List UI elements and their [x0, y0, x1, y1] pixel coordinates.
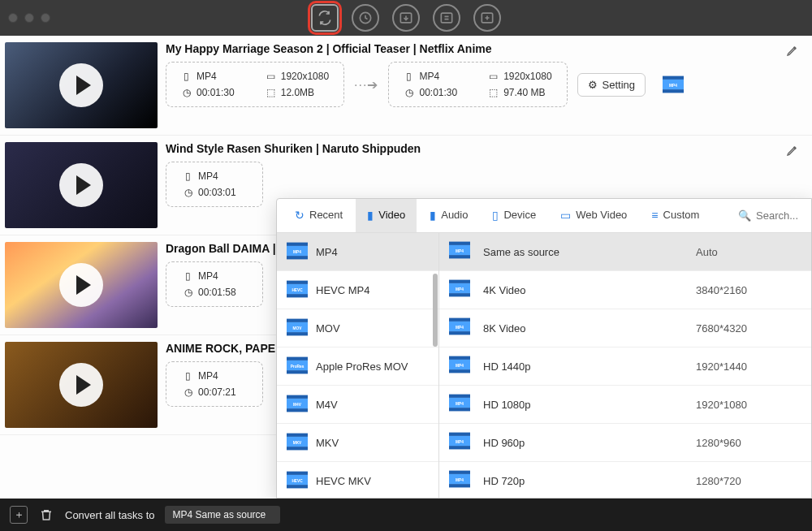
- preset-file-icon: MP4: [449, 279, 473, 300]
- format-file-icon: MOV: [287, 318, 308, 339]
- svg-text:MKV: MKV: [293, 440, 302, 444]
- svg-rect-68: [449, 471, 470, 474]
- play-icon[interactable]: [59, 363, 103, 407]
- format-option[interactable]: MKVMKV: [277, 424, 438, 462]
- preset-resolution: 1920*1080: [696, 399, 801, 411]
- play-icon[interactable]: [59, 263, 103, 307]
- preset-option[interactable]: MP4HD 1080p1920*1080: [439, 386, 811, 424]
- film-icon: ▯: [183, 271, 193, 282]
- bottom-bar: ＋ Convert all tasks to MP4 Same as sourc…: [0, 499, 812, 531]
- play-icon[interactable]: [59, 63, 103, 107]
- clock-icon: ◷: [181, 88, 192, 98]
- convert-all-format-select[interactable]: MP4 Same as source: [165, 506, 281, 524]
- preset-resolution: 1280*960: [696, 437, 801, 449]
- format-label: MKV: [316, 437, 339, 449]
- source-info-box: ▯MP4 ◷00:01:58: [166, 261, 263, 307]
- svg-rect-21: [287, 370, 308, 373]
- format-option[interactable]: M4VM4V: [277, 386, 438, 424]
- preset-list[interactable]: MP4Same as sourceAutoMP44K Video3840*216…: [439, 233, 811, 498]
- format-option[interactable]: MOVMOV: [277, 309, 438, 348]
- film-icon: ▯: [181, 71, 192, 82]
- maximize-window-icon[interactable]: [41, 13, 50, 23]
- format-label: MP4: [316, 246, 338, 258]
- web-icon: ▭: [560, 209, 571, 222]
- audio-icon: ▮: [430, 209, 436, 222]
- svg-rect-17: [287, 332, 308, 335]
- tab-video[interactable]: ▮Video: [356, 199, 417, 232]
- window-controls[interactable]: [8, 13, 50, 23]
- format-option[interactable]: MP4MP4: [277, 233, 438, 271]
- add-task-button[interactable]: ＋: [10, 506, 28, 524]
- output-format-badge[interactable]: MP4: [655, 68, 691, 101]
- edit-icon[interactable]: [786, 144, 799, 160]
- svg-rect-13: [287, 294, 308, 297]
- preset-resolution: 1920*1440: [696, 360, 801, 373]
- format-file-icon: ProRes: [287, 356, 308, 377]
- preset-resolution: 3840*2160: [696, 284, 801, 296]
- minimize-window-icon[interactable]: [24, 13, 34, 23]
- format-file-icon: HEVC: [287, 280, 308, 300]
- video-thumbnail[interactable]: [5, 42, 158, 128]
- edit-icon[interactable]: [786, 44, 799, 60]
- film-icon: ▯: [183, 171, 193, 182]
- download-tab-icon[interactable]: [392, 4, 420, 32]
- film-icon: ▯: [183, 371, 193, 382]
- tab-webvideo[interactable]: ▭Web Video: [549, 199, 638, 232]
- scrollbar-thumb[interactable]: [433, 274, 438, 347]
- tab-recent[interactable]: ↻Recent: [283, 199, 354, 232]
- format-list[interactable]: MP4MP4HEVCHEVC MP4MOVMOVProResApple ProR…: [277, 233, 439, 498]
- video-list: My Happy Marriage Season 2 | Official Te…: [0, 36, 812, 499]
- svg-text:HEVC: HEVC: [292, 478, 303, 482]
- clock-icon: ◷: [183, 188, 193, 198]
- tab-device[interactable]: ▯Device: [481, 199, 547, 232]
- preset-name: HD 1080p: [483, 399, 696, 411]
- preset-option[interactable]: MP4HD 960p1280*960: [439, 424, 811, 462]
- format-search[interactable]: 🔍: [738, 209, 805, 222]
- format-label: Apple ProRes MOV: [316, 360, 408, 373]
- close-window-icon[interactable]: [8, 13, 18, 23]
- top-toolbar: [311, 4, 501, 32]
- svg-rect-69: [449, 484, 470, 487]
- svg-text:MP4: MP4: [456, 440, 464, 444]
- edit-tab-icon[interactable]: [473, 4, 501, 32]
- video-row: My Happy Marriage Season 2 | Official Te…: [0, 36, 812, 136]
- source-info-box: ▯MP4 ◷00:03:01: [166, 162, 263, 207]
- svg-rect-60: [449, 395, 470, 398]
- preset-option[interactable]: MP4Same as sourceAuto: [439, 233, 811, 271]
- tab-audio[interactable]: ▮Audio: [418, 199, 479, 232]
- compress-tab-icon[interactable]: [433, 4, 460, 32]
- svg-rect-61: [449, 408, 470, 411]
- svg-rect-52: [449, 318, 470, 322]
- svg-rect-33: [287, 485, 308, 488]
- setting-button[interactable]: ⚙ Setting: [577, 73, 646, 97]
- play-icon[interactable]: [59, 163, 103, 207]
- disk-icon: ⬚: [488, 88, 499, 98]
- video-thumbnail[interactable]: [5, 242, 158, 328]
- svg-text:MOV: MOV: [293, 326, 303, 330]
- refresh-tab-icon[interactable]: [352, 4, 379, 32]
- preset-option[interactable]: MP48K Video7680*4320: [439, 309, 811, 348]
- search-input[interactable]: [756, 209, 805, 222]
- svg-text:ProRes: ProRes: [291, 364, 304, 368]
- preset-option[interactable]: MP4HD 720p1280*720: [439, 462, 811, 498]
- delete-task-button[interactable]: [37, 506, 55, 524]
- video-thumbnail[interactable]: [5, 342, 158, 428]
- format-option[interactable]: ProResApple ProRes MOV: [277, 348, 438, 386]
- convert-tab-icon[interactable]: [311, 4, 339, 32]
- format-option[interactable]: HEVCHEVC MKV: [277, 462, 438, 498]
- svg-rect-9: [287, 256, 308, 259]
- device-icon: ▯: [492, 209, 499, 222]
- preset-option[interactable]: MP4HD 1440p1920*1440: [439, 348, 811, 386]
- svg-rect-65: [449, 446, 470, 449]
- monitor-icon: ▭: [488, 71, 499, 82]
- tab-custom[interactable]: ≡Custom: [640, 199, 710, 232]
- preset-option[interactable]: MP44K Video3840*2160: [439, 271, 811, 309]
- svg-text:HEVC: HEVC: [292, 287, 303, 291]
- source-info-box: ▯MP4 ◷00:07:21: [166, 361, 263, 407]
- svg-rect-57: [449, 369, 470, 373]
- svg-rect-8: [287, 242, 308, 245]
- format-option[interactable]: HEVCHEVC MP4: [277, 271, 438, 309]
- svg-text:MP4: MP4: [456, 249, 464, 253]
- video-thumbnail[interactable]: [5, 142, 158, 228]
- clock-icon: ◷: [404, 88, 414, 98]
